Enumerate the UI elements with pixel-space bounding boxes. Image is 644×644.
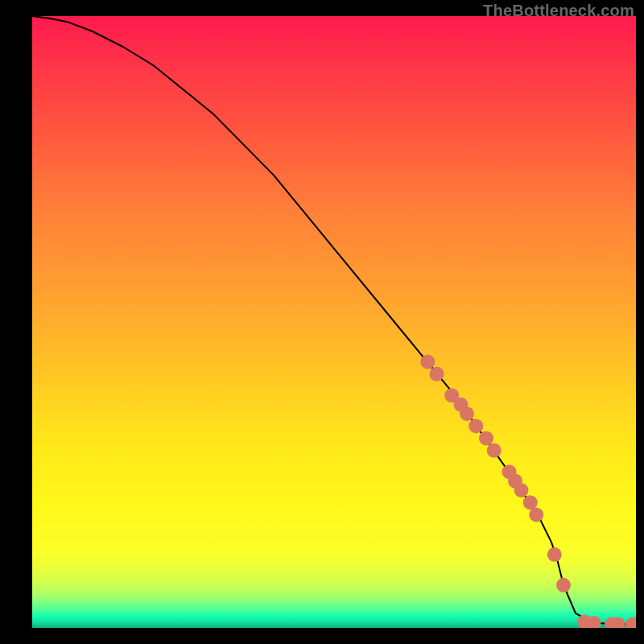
- attribution-text: TheBottleneck.com: [483, 2, 634, 20]
- marker-dot: [487, 444, 502, 458]
- marker-dot: [547, 547, 562, 562]
- marker-dot: [420, 354, 435, 369]
- chart-frame: TheBottleneck.com: [0, 0, 644, 644]
- marker-dot: [529, 507, 543, 522]
- marker-dot: [460, 407, 474, 421]
- curve-path: [32, 16, 636, 624]
- line-series: [32, 16, 636, 624]
- marker-dot: [514, 483, 529, 497]
- marker-dot: [430, 367, 444, 382]
- marker-series: [420, 354, 636, 628]
- marker-dot: [556, 578, 571, 592]
- plot-area: [32, 16, 636, 628]
- marker-dot: [469, 419, 483, 433]
- marker-dot: [479, 431, 493, 445]
- chart-svg: [32, 16, 636, 628]
